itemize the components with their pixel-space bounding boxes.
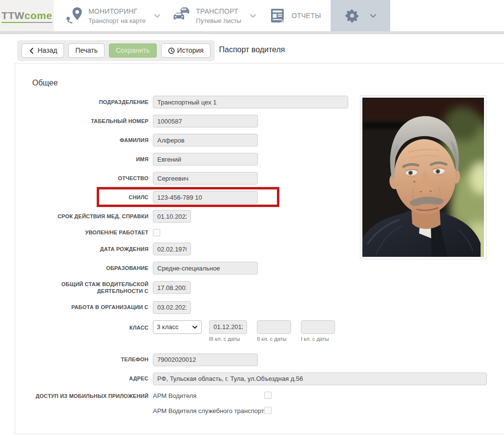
org-work-label: РАБОТА В ОРГАНИЗАЦИИ С (32, 304, 148, 311)
birth-date-input[interactable] (153, 243, 191, 255)
class-2-date-caption: II кл. с даты (257, 336, 291, 342)
report-icon (268, 6, 287, 25)
arm-driver-label: АРМ Водителя (153, 392, 196, 399)
menu-monitoring-title: МОНИТОРИНГ (88, 7, 146, 15)
class-select[interactable]: 3 класс (153, 320, 202, 334)
education-input[interactable] (153, 262, 258, 274)
form-row-phone: ТЕЛЕФОН (15, 354, 504, 366)
gear-icon (344, 7, 360, 24)
personnel-number-input[interactable] (153, 115, 258, 127)
form-row-driving-experience: ОБЩИЙ СТАЖ ВОДИТЕЛЬСКОЙ ДЕЯТЕЛЬНОСТИ С (15, 281, 504, 295)
address-label: АДРЕС (32, 375, 148, 382)
form-row-mobile-access: ДОСТУП ИЗ МОБИЛЬНЫХ ПРИЛОЖЕНИЙ АРМ Водит… (15, 392, 504, 422)
class-2-date-group: II кл. с даты (257, 320, 291, 342)
arm-driver-option: АРМ Водителя (153, 392, 280, 399)
menu-reports-title: ОТЧЕТЫ (292, 12, 321, 20)
class-select-value: 3 класс (157, 323, 179, 331)
cars-icon (172, 6, 191, 25)
education-label: ОБРАЗОВАНИЕ (32, 265, 148, 271)
dismissed-label: УВОЛЕН/НЕ РАБОТАЕТ (32, 229, 148, 236)
chevron-down-icon (249, 12, 257, 20)
birth-date-label: ДАТА РОЖДЕНИЯ (32, 246, 148, 252)
menu-transport-text: ТРАНСПОРТ Путевые листы (196, 7, 241, 24)
header-divider (0, 31, 504, 34)
mobile-access-options: АРМ Водителя АРМ Водителя служебного тра… (153, 392, 280, 422)
med-certificate-input[interactable] (153, 210, 191, 223)
form-row-education: ОБРАЗОВАНИЕ (15, 262, 504, 274)
top-navbar: TTWcome МОНИТОРИНГ Транспорт на карте (0, 0, 504, 31)
arm-service-driver-label: АРМ Водителя служебного транспорта (153, 407, 268, 415)
menu-transport-subtitle: Путевые листы (196, 17, 241, 24)
form-row-org-work: РАБОТА В ОРГАНИЗАЦИИ С (15, 301, 504, 314)
org-work-input[interactable] (153, 301, 191, 314)
menu-monitoring[interactable]: МОНИТОРИНГ Транспорт на карте (64, 0, 161, 31)
menu-reports-text: ОТЧЕТЫ (292, 12, 321, 20)
middle-name-input[interactable] (153, 172, 258, 185)
section-title: Общее (32, 79, 504, 87)
class-3-date-caption: III кл. с даты (209, 336, 247, 342)
form-row-address: АДРЕС (15, 373, 504, 385)
class-1-date-group: I кл. с даты (301, 320, 335, 342)
class-3-date-input[interactable] (209, 320, 247, 334)
menu-transport[interactable]: ТРАНСПОРТ Путевые листы (172, 0, 257, 31)
class-3-date-group: III кл. с даты (209, 320, 247, 342)
last-name-label: ФАМИЛИЯ (32, 137, 148, 144)
dismissed-checkbox[interactable] (153, 229, 160, 236)
last-name-input[interactable] (153, 134, 258, 146)
app-logo[interactable]: TTWcome (1, 10, 52, 21)
menu-monitoring-subtitle: Транспорт на карте (88, 17, 146, 24)
arm-service-driver-option: АРМ Водителя служебного транспорта (153, 407, 280, 415)
logo-part-2: come (24, 10, 52, 23)
first-name-label: ИМЯ (32, 156, 148, 163)
class-1-date-input[interactable] (301, 320, 335, 334)
form-row-class: КЛАСС 3 класс III кл. с даты II кл. с да… (15, 320, 504, 342)
phone-input[interactable] (153, 354, 258, 366)
logo-box: TTWcome (0, 0, 54, 31)
toolbar-row: Назад Печать Сохранить История Паспорт в… (0, 40, 504, 61)
mobile-access-label: ДОСТУП ИЗ МОБИЛЬНЫХ ПРИЛОЖЕНИЙ (32, 393, 148, 399)
med-certificate-label: СРОК ДЕЙСТВИЯ МЕД. СПРАВКИ (32, 213, 148, 220)
department-input[interactable] (153, 96, 348, 108)
chevron-down-icon (153, 12, 161, 20)
settings-tab[interactable] (331, 0, 390, 31)
chevron-down-icon (192, 324, 198, 330)
driver-photo (360, 95, 486, 259)
menu-transport-title: ТРАНСПОРТ (196, 7, 241, 15)
driving-experience-label: ОБЩИЙ СТАЖ ВОДИТЕЛЬСКОЙ ДЕЯТЕЛЬНОСТИ С (32, 281, 148, 295)
address-input[interactable] (153, 373, 487, 385)
logo-part-1: TTW (1, 10, 24, 23)
driver-passport-card: Общее ПОДРАЗДЕЛЕНИЕ ТАБЕЛЬНЫЙ НОМЕР ФАМИ… (15, 63, 504, 434)
class-1-date-caption: I кл. с даты (301, 336, 335, 342)
first-name-input[interactable] (153, 153, 258, 166)
arm-service-driver-checkbox[interactable] (264, 407, 272, 414)
middle-name-label: ОТЧЕСТВО (32, 175, 148, 182)
route-pin-icon (64, 6, 84, 25)
department-label: ПОДРАЗДЕЛЕНИЕ (32, 99, 148, 105)
class-2-date-input[interactable] (257, 320, 291, 334)
driving-experience-input[interactable] (153, 281, 191, 294)
page-title: Паспорт водителя (0, 45, 504, 54)
arm-driver-checkbox[interactable] (264, 392, 272, 399)
phone-label: ТЕЛЕФОН (32, 356, 148, 363)
chevron-down-icon (369, 12, 377, 20)
snils-label: СНИЛС (32, 194, 148, 201)
personnel-number-label: ТАБЕЛЬНЫЙ НОМЕР (32, 118, 148, 125)
snils-input[interactable] (153, 191, 258, 204)
menu-reports[interactable]: ОТЧЕТЫ (268, 0, 321, 31)
menu-monitoring-text: МОНИТОРИНГ Транспорт на карте (88, 7, 146, 24)
class-label: КЛАСС (32, 324, 148, 331)
